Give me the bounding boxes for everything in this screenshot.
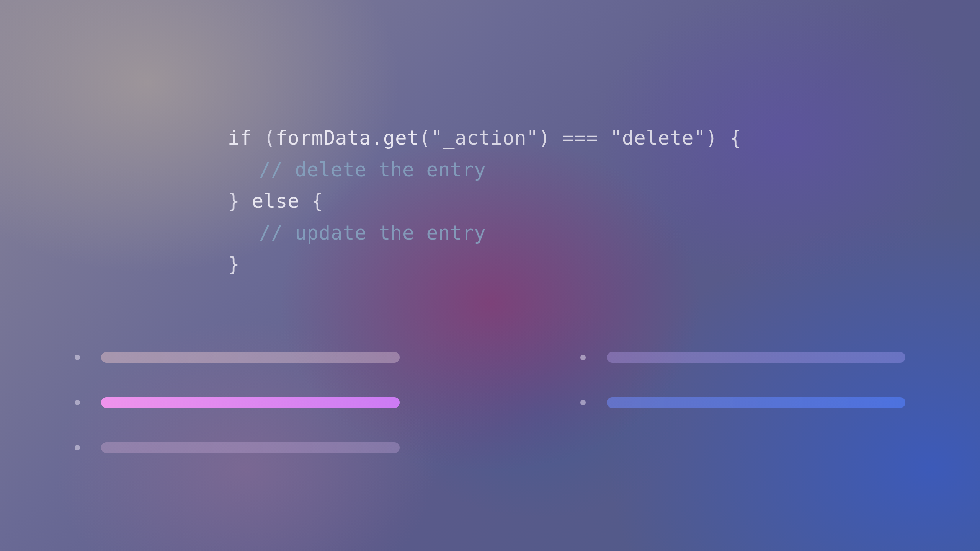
list-column-left <box>75 352 400 453</box>
code-snippet: if (formData.get("_action") === "delete"… <box>228 122 742 280</box>
comment-delete: // delete the entry <box>259 158 486 181</box>
placeholder-bar <box>101 352 400 363</box>
list-item <box>75 352 400 363</box>
dot-operator: . <box>371 127 383 149</box>
code-line-4: // update the entry <box>228 217 742 249</box>
method-get: get <box>383 127 419 149</box>
code-line-2: // delete the entry <box>228 154 742 186</box>
call-paren-close: ) <box>538 127 550 149</box>
brace-open-else: { <box>311 190 323 212</box>
bullet-icon <box>580 400 586 405</box>
list-item <box>75 397 400 408</box>
operator-equals: === <box>550 127 610 149</box>
bullet-icon <box>75 400 80 405</box>
placeholder-bar <box>101 442 400 453</box>
code-line-3: } else { <box>228 186 742 217</box>
bullet-icon <box>580 355 586 360</box>
keyword-if: if <box>228 127 252 149</box>
placeholder-bar <box>607 397 905 408</box>
placeholder-bar <box>607 352 905 363</box>
call-paren-open: ( <box>419 127 431 149</box>
comment-update: // update the entry <box>259 222 486 244</box>
bullet-icon <box>75 355 80 360</box>
list-item <box>75 442 400 453</box>
placeholder-bar <box>101 397 400 408</box>
string-action: "_action" <box>431 127 539 149</box>
keyword-else: else <box>240 190 311 212</box>
identifier-formdata: formData <box>276 127 371 149</box>
brace-close: } <box>228 190 240 212</box>
paren-close: ) <box>706 127 717 149</box>
placeholder-lists <box>75 352 905 453</box>
brace-close-final: } <box>228 253 240 276</box>
list-column-right <box>580 352 905 453</box>
list-item <box>580 397 905 408</box>
paren-open: ( <box>252 127 275 149</box>
code-line-1: if (formData.get("_action") === "delete"… <box>228 122 742 154</box>
list-item <box>580 352 905 363</box>
string-delete: "delete" <box>610 127 706 149</box>
brace-open: { <box>718 127 742 149</box>
bullet-icon <box>75 445 80 450</box>
code-line-5: } <box>228 249 742 280</box>
